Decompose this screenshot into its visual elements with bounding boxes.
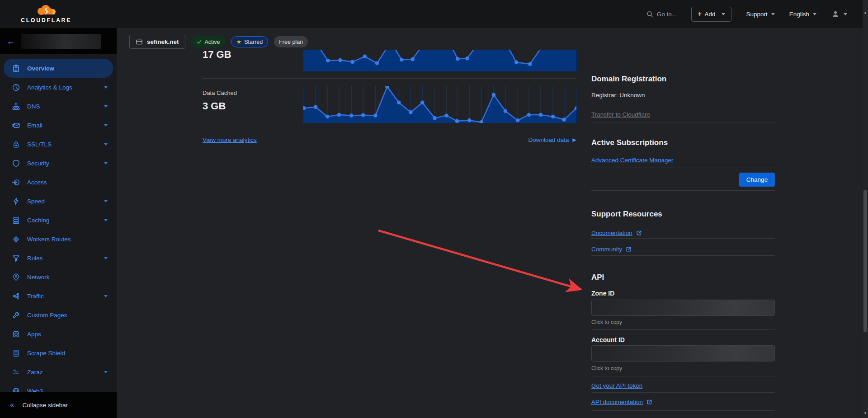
email-icon	[12, 121, 20, 130]
account-name-redacted[interactable]	[21, 34, 101, 49]
registrar-text: Registrar: Unknown	[591, 92, 645, 99]
user-icon	[831, 9, 840, 19]
support-label: Support	[746, 11, 767, 18]
search-icon	[646, 11, 653, 18]
documentation-link[interactable]: Documentation	[591, 230, 642, 236]
top-bar: CLOUDFLARE Go to... + Add Support Englis…	[0, 0, 863, 28]
scrollbar-thumb[interactable]	[863, 190, 867, 332]
sidebar-item-analytics-logs[interactable]: Analytics & Logs	[0, 78, 117, 97]
support-menu[interactable]: Support	[746, 11, 774, 18]
advanced-certificate-manager-link[interactable]: Advanced Certificate Manager	[591, 157, 674, 164]
view-more-analytics-link[interactable]: View more analytics	[203, 136, 257, 143]
apps-icon	[12, 330, 20, 338]
sidebar-item-label: Analytics & Logs	[27, 84, 72, 91]
scrape-shield-icon	[12, 349, 20, 357]
page-scrollbar[interactable]: ▲ ▼	[863, 0, 868, 418]
api-documentation-link[interactable]: API documentation	[591, 399, 652, 405]
chevron-down-icon	[104, 124, 108, 127]
zone-domain-badge[interactable]: sefinek.net	[129, 35, 185, 49]
scroll-down-arrow[interactable]: ▼	[863, 412, 868, 415]
sidebar-item-rules[interactable]: Rules	[0, 249, 117, 268]
language-menu[interactable]: English	[789, 11, 816, 18]
sidebar-item-workers-routes[interactable]: Workers Routes	[0, 230, 117, 249]
sidebar-item-label: Zaraz	[27, 369, 43, 376]
account-menu[interactable]	[831, 9, 847, 19]
divider	[591, 122, 775, 122]
sidebar-item-dns[interactable]: DNS	[0, 97, 117, 116]
change-button[interactable]: Change	[739, 173, 775, 187]
click-to-copy-hint: Click to copy	[591, 319, 622, 325]
brand-wordmark: CLOUDFLARE	[21, 17, 71, 23]
sidebar-item-label: Caching	[27, 217, 50, 224]
annotation-arrow	[370, 222, 596, 299]
sidebar-item-network[interactable]: Network	[0, 268, 117, 286]
section-title-active-subscriptions: Active Subscriptions	[591, 138, 668, 147]
collapse-chevrons-icon: «	[10, 400, 14, 409]
sidebar-item-access[interactable]: Access	[0, 173, 117, 192]
community-link[interactable]: Community	[591, 246, 632, 253]
stat-value-bandwidth: 17 GB	[203, 51, 231, 63]
scroll-up-arrow[interactable]: ▲	[863, 11, 868, 14]
sidebar-item-scrape-shield[interactable]: Scrape Shield	[0, 343, 117, 362]
back-arrow-icon[interactable]: ←	[6, 37, 15, 46]
goto-search[interactable]: Go to...	[646, 11, 677, 18]
sidebar-item-label: Security	[27, 160, 49, 167]
bandwidth-chart	[303, 50, 576, 71]
ssl-icon	[12, 140, 20, 149]
divider	[591, 329, 775, 330]
add-label: Add	[704, 11, 715, 18]
chevron-down-icon	[104, 219, 108, 221]
sidebar-item-label: SSL/TLS	[27, 141, 52, 148]
sidebar-item-label: Speed	[27, 198, 45, 205]
stat-value-data-cached: 3 GB	[203, 100, 226, 112]
external-link-icon	[646, 399, 652, 405]
sidebar-item-speed[interactable]: Speed	[0, 192, 117, 211]
cloudflare-logo[interactable]: CLOUDFLARE	[21, 5, 71, 23]
chevron-down-icon	[771, 13, 775, 15]
zone-id-label: Zone ID	[591, 290, 614, 297]
zone-id-value-redacted[interactable]	[591, 300, 775, 316]
chevron-down-icon	[844, 13, 847, 15]
data-cached-chart	[303, 86, 576, 123]
sidebar-item-security[interactable]: Security	[0, 154, 117, 173]
language-label: English	[789, 11, 809, 18]
transfer-to-cloudflare-link[interactable]: Transfer to Cloudflare	[591, 111, 650, 118]
overview-icon	[12, 64, 20, 73]
starred-badge[interactable]: ★ Starred	[231, 36, 269, 47]
starred-badge-label: Starred	[244, 39, 263, 45]
add-button[interactable]: + Add	[691, 7, 731, 22]
click-to-copy-hint: Click to copy	[591, 365, 622, 371]
divider	[591, 392, 775, 393]
sidebar-item-label: Network	[27, 274, 50, 281]
sidebar-item-ssl-tls[interactable]: SSL/TLS	[0, 135, 117, 154]
section-title-support-resources: Support Resources	[591, 210, 662, 219]
sidebar-item-label: Email	[27, 122, 42, 129]
download-data-link[interactable]: Download data ▶	[528, 136, 576, 143]
caching-icon	[12, 216, 20, 225]
account-id-label: Account ID	[591, 336, 625, 343]
sidebar-account-header: ←	[0, 28, 117, 54]
sidebar-item-traffic[interactable]: Traffic	[0, 286, 117, 305]
divider	[591, 376, 775, 376]
external-link-icon	[636, 230, 642, 236]
sidebar-item-label: Overview	[27, 65, 54, 72]
sidebar-item-overview[interactable]: Overview	[4, 59, 113, 78]
chevron-down-icon	[104, 86, 108, 89]
collapse-sidebar-button[interactable]: « Collapse sidebar	[0, 392, 117, 418]
divider	[591, 238, 775, 239]
get-api-token-link[interactable]: Get your API token	[591, 382, 642, 389]
zaraz-icon	[12, 368, 20, 376]
divider	[591, 255, 775, 256]
account-id-value-redacted[interactable]	[591, 345, 775, 362]
sidebar-item-zaraz[interactable]: Zaraz	[0, 362, 117, 381]
main-content: sefinek.net Active ★ Starred Free plan 1…	[117, 28, 863, 418]
cloudflare-cloud-icon	[34, 5, 58, 17]
chevron-down-icon	[813, 13, 816, 15]
sidebar-item-apps[interactable]: Apps	[0, 324, 117, 343]
star-icon: ★	[236, 39, 242, 45]
sidebar-item-email[interactable]: Email	[0, 116, 117, 135]
sidebar-item-label: Traffic	[27, 293, 44, 300]
dns-icon	[12, 102, 20, 111]
sidebar-item-caching[interactable]: Caching	[0, 211, 117, 230]
sidebar-item-custom-pages[interactable]: Custom Pages	[0, 305, 117, 324]
